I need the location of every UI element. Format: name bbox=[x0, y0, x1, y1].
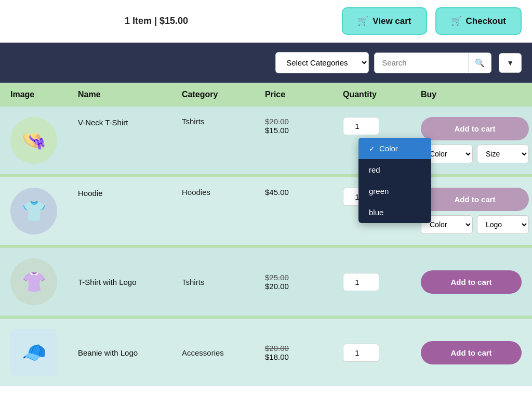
product-name: V-Neck T-Shirt bbox=[78, 117, 182, 128]
dropdown-item-label: blue bbox=[369, 208, 383, 217]
price-sale: $20.00 bbox=[265, 282, 343, 291]
price-original: $25.00 bbox=[265, 273, 343, 282]
table-row: 👚 T-Shirt with Logo Tshirts $25.00 $20.0… bbox=[0, 248, 532, 316]
table-row: 👒 V-Neck T-Shirt Tshirts $20.00 $15.00 A… bbox=[0, 107, 532, 174]
price-original: $20.00 bbox=[265, 117, 343, 126]
col-header-name: Name bbox=[78, 90, 182, 99]
add-to-cart-button[interactable]: Add to cart bbox=[421, 270, 522, 294]
chevron-down-icon: ▼ bbox=[507, 59, 514, 67]
buy-cell: Add to cart bbox=[421, 341, 522, 364]
search-input[interactable] bbox=[375, 53, 468, 72]
view-cart-icon: 🛒 bbox=[357, 16, 368, 27]
add-to-cart-label: Add to cart bbox=[454, 195, 495, 204]
checkout-icon: 🛒 bbox=[451, 16, 462, 27]
table-row: 🧢 Beanie with Logo Accessories $20.00 $1… bbox=[0, 319, 532, 386]
product-image: 👒 bbox=[10, 117, 78, 164]
product-price: $20.00 $18.00 bbox=[265, 344, 343, 361]
add-to-cart-label: Add to cart bbox=[450, 278, 491, 286]
dropdown-item-color[interactable]: ✓ Color bbox=[358, 138, 431, 159]
buy-cell: Add to cart Color red green blue Size bbox=[421, 117, 529, 163]
product-price: $45.00 bbox=[265, 188, 343, 197]
nav-bar: Select Categories Tshirts Hoodies Access… bbox=[0, 43, 532, 83]
dropdown-item-label: green bbox=[369, 187, 389, 195]
product-price: $20.00 $15.00 bbox=[265, 117, 343, 135]
cart-summary: 1 Item | $15.00 bbox=[125, 16, 188, 27]
product-table: Image Name Category Price Quantity Buy 👒… bbox=[0, 83, 532, 386]
dropdown-item-label: red bbox=[369, 165, 380, 174]
color-dropdown-popup: ✓ Color red green blue bbox=[358, 138, 431, 223]
product-image: 👚 bbox=[10, 258, 78, 305]
search-wrapper: 🔍 bbox=[374, 53, 491, 73]
quantity-cell bbox=[343, 344, 421, 362]
product-emoji: 👒 bbox=[22, 129, 46, 152]
price-sale: $15.00 bbox=[265, 126, 343, 135]
price-original: $20.00 bbox=[265, 344, 343, 352]
col-header-price: Price bbox=[265, 90, 343, 99]
product-category: Hoodies bbox=[182, 188, 265, 197]
quantity-input[interactable] bbox=[343, 117, 379, 135]
quantity-input[interactable] bbox=[343, 273, 379, 291]
product-image-circle: 👕 bbox=[10, 188, 57, 234]
buy-cell: Add to cart bbox=[421, 270, 522, 294]
product-image-circle: 👚 bbox=[10, 258, 57, 305]
product-category: Tshirts bbox=[182, 117, 265, 126]
product-name: T-Shirt with Logo bbox=[78, 277, 182, 288]
table-row: 👕 Hoodie Hoodies $45.00 Add to cart Colo… bbox=[0, 177, 532, 245]
search-icon: 🔍 bbox=[475, 58, 485, 67]
product-name: Hoodie bbox=[78, 188, 182, 199]
product-rows-wrapper: 👒 V-Neck T-Shirt Tshirts $20.00 $15.00 A… bbox=[0, 107, 532, 386]
variant-selectors: Color red green blue Size S M L bbox=[421, 145, 529, 163]
variant-selectors: Color red green blue Logo Logo A Logo B bbox=[421, 215, 529, 234]
logo-select-hoodie[interactable]: Logo Logo A Logo B bbox=[477, 215, 529, 234]
product-emoji: 👚 bbox=[22, 270, 46, 293]
add-to-cart-button[interactable]: Add to cart bbox=[421, 188, 529, 211]
price-sale: $45.00 bbox=[265, 188, 343, 197]
table-header: Image Name Category Price Quantity Buy bbox=[0, 83, 532, 107]
add-to-cart-button[interactable]: Add to cart bbox=[421, 117, 529, 140]
view-cart-button[interactable]: 🛒 View cart bbox=[342, 7, 427, 35]
dropdown-item-green[interactable]: green bbox=[358, 180, 431, 202]
product-price: $25.00 $20.00 bbox=[265, 273, 343, 291]
quantity-input[interactable] bbox=[343, 344, 379, 362]
product-image-circle: 👒 bbox=[10, 117, 57, 164]
product-image: 🧢 bbox=[10, 329, 78, 376]
product-name: Beanie with Logo bbox=[78, 347, 182, 358]
checkout-label: Checkout bbox=[466, 16, 506, 27]
add-to-cart-button[interactable]: Add to cart bbox=[421, 341, 522, 364]
col-header-category: Category bbox=[182, 90, 265, 99]
view-cart-label: View cart bbox=[373, 16, 411, 27]
dropdown-item-blue[interactable]: blue bbox=[358, 202, 431, 223]
search-button[interactable]: 🔍 bbox=[468, 53, 491, 73]
checkmark-icon: ✓ bbox=[369, 145, 375, 153]
product-category: Tshirts bbox=[182, 278, 265, 286]
product-emoji: 🧢 bbox=[22, 341, 46, 364]
category-select[interactable]: Select Categories Tshirts Hoodies Access… bbox=[275, 52, 369, 73]
col-header-quantity: Quantity bbox=[343, 90, 421, 99]
top-bar: 1 Item | $15.00 🛒 View cart 🛒 Checkout bbox=[0, 0, 532, 43]
quantity-cell bbox=[343, 273, 421, 291]
add-to-cart-label: Add to cart bbox=[454, 124, 495, 133]
product-category: Accessories bbox=[182, 348, 265, 357]
col-header-buy: Buy bbox=[421, 90, 522, 99]
product-image-circle: 🧢 bbox=[10, 329, 57, 376]
price-sale: $18.00 bbox=[265, 352, 343, 361]
add-to-cart-label: Add to cart bbox=[450, 348, 491, 357]
nav-dropdown-arrow-button[interactable]: ▼ bbox=[499, 53, 522, 73]
dropdown-item-red[interactable]: red bbox=[358, 159, 431, 180]
product-emoji: 👕 bbox=[22, 200, 46, 223]
buy-cell: Add to cart Color red green blue Logo Lo… bbox=[421, 188, 529, 234]
dropdown-item-label: Color bbox=[379, 144, 398, 153]
quantity-cell bbox=[343, 117, 421, 135]
size-select[interactable]: Size S M L bbox=[477, 145, 529, 163]
product-image: 👕 bbox=[10, 188, 78, 234]
checkout-button[interactable]: 🛒 Checkout bbox=[435, 7, 522, 35]
col-header-image: Image bbox=[10, 90, 78, 99]
